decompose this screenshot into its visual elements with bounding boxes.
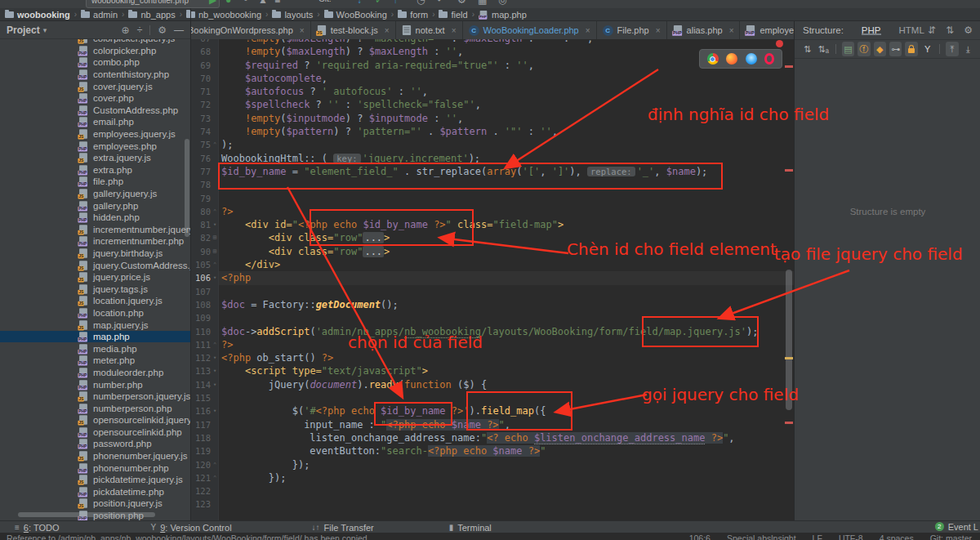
sort-alphabetically-icon[interactable]: ⇅ₐ [817,42,829,56]
tree-item-gallery.jquery.js[interactable]: JSgallery.jquery.js [0,188,190,200]
hide-icon[interactable]: — [174,25,184,36]
opera-icon[interactable] [764,53,774,65]
tree-item-colorpicker.php[interactable]: PHPcolorpicker.php [0,45,190,57]
fold-marker-icon[interactable]: ⌃ [211,458,219,471]
breadcrumb-item-WooBooking[interactable]: WooBooking [324,10,387,20]
close-icon[interactable]: × [385,26,390,35]
project-structure-icon[interactable]: ▦ [478,0,487,7]
tree-item-jquery.CustomAddress.js[interactable]: JSjquery.CustomAddress.js [0,259,190,271]
debug-icon[interactable]: ● [225,0,231,7]
expand-all-icon[interactable]: ⇵ [928,25,936,36]
structure-tab-PHP[interactable]: PHP [862,25,881,35]
fold-marker-icon[interactable]: ▾ [211,218,219,231]
run-icon[interactable]: ▶ [209,0,216,7]
tree-item-combo.php[interactable]: PHPcombo.php [0,56,190,69]
show-inherited-icon[interactable]: ▤ [842,42,854,56]
stop-icon[interactable]: ■ [274,0,280,7]
statusbar-Terminal[interactable]: ▮Terminal [449,523,492,533]
structure-tab-HTML[interactable]: HTML [899,25,924,35]
tree-item-moduleorder.php[interactable]: PHPmoduleorder.php [0,367,190,379]
tree-item-position.jquery.js[interactable]: JSposition.jquery.js [0,498,190,510]
project-panel-header[interactable]: Project ▾ ⊕ ÷ ⚙ — [0,21,190,39]
tree-item-extra.php[interactable]: PHPextra.php [0,164,190,176]
status-widget-LF[interactable]: LF [813,533,822,540]
autoscroll-to-source-icon[interactable]: ⤒ [946,42,958,56]
chrome-icon[interactable] [707,53,719,65]
tree-item-gallery.php[interactable]: PHPgallery.php [0,199,190,212]
collapse-all-icon[interactable]: ⇅ [946,25,954,36]
breadcrumb-item-nb_woobooking[interactable]: nb_woobooking [186,10,261,20]
project-tree[interactable]: JScolorpicker.jquery.jsPHPcolorpicker.ph… [0,39,190,520]
filter-icon[interactable]: Y [921,42,933,56]
show-private-icon[interactable] [905,42,917,56]
fold-marker-icon[interactable]: ⌃ [211,138,219,151]
settings-icon[interactable]: ⚙ [158,25,167,36]
show-fields-icon[interactable]: ⓕ [858,42,870,56]
tree-item-pickdatetime.php[interactable]: PHPpickdatetime.php [0,486,190,498]
tree-vertical-scrollbar[interactable] [185,139,189,237]
code-editor[interactable]: 67 !empty($maxLength) ? 'maxlength="' . … [191,39,794,520]
tree-item-incrementnumber.jquery.js[interactable]: JSincrementnumber.jquery.js [0,224,190,236]
tree-item-email.php[interactable]: PHPemail.php [0,116,190,128]
fold-marker-icon[interactable]: ⌃ [211,258,219,271]
breadcrumb-item-nb_apps[interactable]: nb_apps [128,10,175,20]
tab-BookingOnWordpress.php[interactable]: PHPBookingOnWordpress.php× [191,21,311,39]
tree-item-opensourcelinkid.jquery.js[interactable]: JSopensourcelinkid.jquery.js [0,414,190,426]
tree-item-cover.php[interactable]: PHPcover.php [0,92,190,105]
tree-item-password.php[interactable]: PHPpassword.php [0,438,190,450]
firefox-icon[interactable] [726,53,737,65]
breadcrumb-item-map.php[interactable]: PHPmap.php [479,9,527,20]
tree-item-employees.php[interactable]: PHPemployees.php [0,140,190,152]
statusbar-6: TODO[interactable]: ≡6: TODO [15,523,59,533]
close-icon[interactable]: × [586,26,590,35]
tree-horizontal-scrollbar[interactable] [18,512,155,517]
status-widget-UTF-8[interactable]: UTF-8 [839,533,863,540]
fold-marker-icon[interactable]: ▾ [211,271,219,284]
tree-item-meter.php[interactable]: PHPmeter.php [0,355,190,367]
tree-item-file.php[interactable]: PHPfile.php [0,176,190,188]
tree-item-hidden.php[interactable]: PHPhidden.php [0,212,190,224]
tab-alias.php[interactable]: PHPalias.php× [667,21,741,39]
tree-item-pickdatetime.jquery.js[interactable]: JSpickdatetime.jquery.js [0,474,190,486]
vcs-commit-icon[interactable]: ✓ [375,0,383,7]
settings-icon[interactable]: ⚙ [964,25,973,36]
tab-WooBookingLoader.php[interactable]: CWooBookingLoader.php× [463,21,597,39]
undo-icon[interactable]: ↶ [437,0,445,7]
vcs-push-icon[interactable]: ↑ [393,0,398,7]
tree-item-numberperson.jquery.js[interactable]: JSnumberperson.jquery.js [0,390,190,403]
tab-File.php[interactable]: CFile.php× [597,21,667,39]
close-icon[interactable]: × [729,26,734,35]
safari-icon[interactable] [746,53,757,65]
tree-item-colorpicker.jquery.js[interactable]: JScolorpicker.jquery.js [0,39,190,45]
breadcrumb-item-admin[interactable]: admin [81,10,118,20]
tree-item-opensourcelinkid.php[interactable]: PHPopensourcelinkid.php [0,426,190,439]
tree-item-CustomAddress.php[interactable]: PHPCustomAddress.php [0,105,190,117]
show-variables-icon[interactable]: ⊶ [889,42,902,56]
fold-marker-icon[interactable]: ▾ [211,404,219,417]
fold-marker-icon[interactable]: ▾ [211,378,219,391]
settings-icon[interactable]: ⚙ [457,0,466,7]
statusbar-9: Version Control[interactable]: Y9: Version Control [150,523,231,533]
tree-item-jquery.price.js[interactable]: JSjquery.price.js [0,271,190,283]
locate-icon[interactable]: ⊕ [122,25,130,36]
history-icon[interactable]: ◷ [416,0,425,7]
fold-marker-icon[interactable]: ⌃ [211,471,219,484]
fold-marker-icon[interactable]: ⊞ [211,245,219,258]
tree-item-jquery.birthday.js[interactable]: JSjquery.birthday.js [0,248,190,260]
tree-item-location.php[interactable]: PHPlocation.php [0,307,190,319]
collapse-all-icon[interactable]: ÷ [137,25,143,36]
fold-marker-icon[interactable]: ⊞ [211,231,219,244]
tree-item-incrementnumber.php[interactable]: PHPincrementnumber.php [0,235,190,248]
tab-employees.php[interactable]: PHPemployees.php× [740,21,794,39]
event-log-button[interactable]: 2 Event L [935,520,978,533]
close-icon[interactable]: × [300,26,305,35]
tab-note.txt[interactable]: note.txt× [396,21,463,39]
statusbar-File Transfer[interactable]: ↓↑File Transfer [312,523,374,533]
tree-item-phonenumber.php[interactable]: PHPphonenumber.php [0,462,190,474]
tree-item-contenthistory.php[interactable]: PHPcontenthistory.php [0,69,190,81]
tab-test-block.js[interactable]: JStest-block.js× [311,21,396,39]
status-widget-Special abslnsight[interactable]: Special abslnsight [727,533,796,540]
tree-item-map.jquery.js[interactable]: JSmap.jquery.js [0,319,190,331]
sort-by-visibility-icon[interactable]: ⇅ [801,42,813,56]
breadcrumb-item-field[interactable]: field [439,10,467,20]
